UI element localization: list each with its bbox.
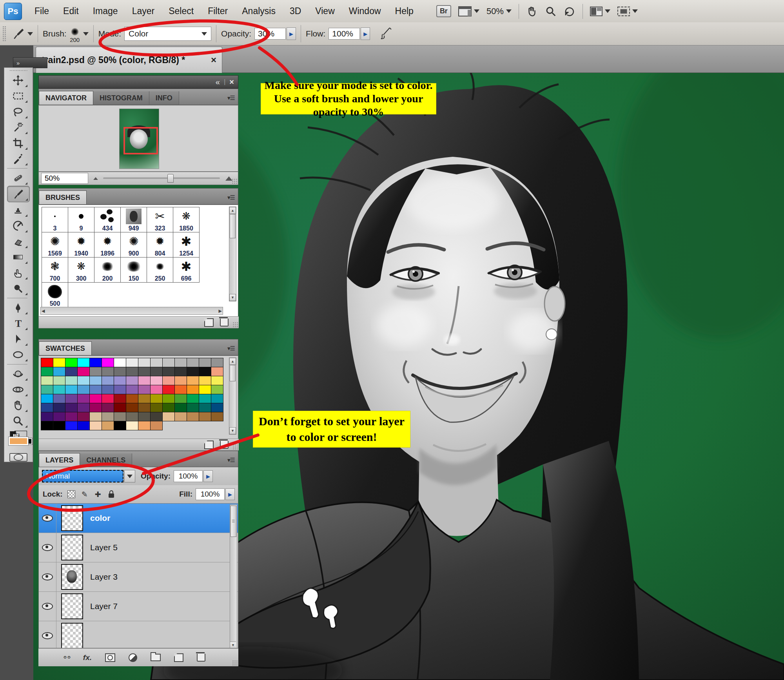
arrange-documents-button[interactable]: [590, 6, 610, 16]
brush-preset-250[interactable]: 250: [147, 257, 173, 283]
brush-preset-700[interactable]: ❃700: [42, 257, 68, 283]
swatch[interactable]: [162, 376, 175, 385]
swatch[interactable]: [114, 421, 126, 430]
swatch[interactable]: [65, 367, 78, 376]
tool-history-brush[interactable]: [7, 218, 29, 234]
swatch[interactable]: [162, 403, 175, 412]
tool-preset[interactable]: [12, 27, 33, 40]
swatch[interactable]: [102, 367, 114, 376]
swatch[interactable]: [162, 385, 175, 394]
swatch[interactable]: [65, 421, 78, 430]
tool-dodge[interactable]: [7, 281, 29, 296]
tool-clone-stamp[interactable]: [7, 202, 29, 218]
layer-row[interactable]: [39, 621, 238, 648]
swatch[interactable]: [89, 385, 102, 394]
swatch[interactable]: [126, 385, 138, 394]
opacity-slider-button[interactable]: ▶: [203, 470, 213, 482]
layer-style-icon[interactable]: fx.: [83, 653, 92, 662]
tool-path-selection[interactable]: [7, 331, 29, 347]
scroll-up-icon[interactable]: ▲: [229, 358, 236, 365]
tool-rectangular-marquee[interactable]: [7, 88, 29, 104]
swatch[interactable]: [150, 367, 163, 376]
layer-name[interactable]: Layer 3: [90, 572, 118, 582]
close-panel-icon[interactable]: ×: [229, 78, 234, 87]
visibility-toggle[interactable]: [39, 621, 56, 648]
layer-thumbnail[interactable]: [61, 623, 83, 648]
layer-fill-field[interactable]: 100%: [196, 488, 225, 500]
layer-thumbnail[interactable]: [61, 505, 83, 531]
menu-select[interactable]: Select: [162, 6, 201, 16]
swatch[interactable]: [174, 403, 187, 412]
menu-layer[interactable]: Layer: [125, 6, 162, 16]
layer-mask-icon[interactable]: [105, 653, 115, 662]
swatch[interactable]: [199, 394, 211, 403]
swatch[interactable]: [199, 385, 211, 394]
brush-preset-696[interactable]: ✱696: [173, 257, 200, 283]
tool-lasso[interactable]: [7, 104, 29, 120]
panel-menu-icon[interactable]: ▾☰: [227, 94, 235, 102]
swatch[interactable]: [53, 403, 65, 412]
brush-preset-900[interactable]: ✺900: [120, 232, 147, 257]
swatch[interactable]: [77, 394, 90, 403]
tool-eraser[interactable]: [7, 234, 29, 249]
layer-row-layer-5[interactable]: Layer 5: [39, 533, 238, 562]
tool-type[interactable]: T: [7, 316, 29, 331]
brushes-scrollbar[interactable]: ▲ ▼: [229, 207, 236, 301]
layer-blend-mode-select[interactable]: Normal: [42, 470, 123, 482]
swatch[interactable]: [174, 385, 187, 394]
swatch[interactable]: [65, 412, 78, 421]
tool-spot-healing-brush[interactable]: [7, 170, 29, 186]
flow-slider-button[interactable]: ▶: [361, 27, 370, 40]
swatch[interactable]: [41, 403, 53, 412]
zoom-out-icon[interactable]: [93, 177, 98, 180]
swatch[interactable]: [138, 358, 151, 367]
swatch[interactable]: [41, 376, 53, 385]
tab-info[interactable]: INFO: [149, 91, 179, 105]
brush-picker-arrow[interactable]: [83, 32, 89, 36]
menu-filter[interactable]: Filter: [201, 6, 235, 16]
navigator-zoom-slider[interactable]: [103, 178, 220, 179]
swatch[interactable]: [150, 421, 163, 430]
scroll-right-icon[interactable]: ▶: [219, 308, 222, 314]
swatch[interactable]: [114, 412, 126, 421]
swatches-scrollbar[interactable]: ▲ ▼: [229, 357, 236, 435]
swatch[interactable]: [77, 421, 90, 430]
swatch[interactable]: [102, 358, 114, 367]
swatch[interactable]: [138, 412, 151, 421]
quick-mask-button[interactable]: [9, 453, 27, 462]
swatch[interactable]: [89, 376, 102, 385]
scroll-left-icon[interactable]: ◀: [42, 308, 45, 314]
swatch[interactable]: [174, 376, 187, 385]
swatch[interactable]: [211, 394, 223, 403]
link-layers-icon[interactable]: ⚬⚬: [62, 653, 70, 662]
swatch[interactable]: [211, 412, 223, 421]
swatch[interactable]: [126, 376, 138, 385]
tool-brush[interactable]: [7, 186, 30, 202]
brush-preset-323[interactable]: ✂323: [147, 207, 173, 232]
swatch[interactable]: [187, 376, 199, 385]
panel-menu-icon[interactable]: ▾☰: [227, 457, 235, 464]
swatch[interactable]: [150, 412, 163, 421]
menu-window[interactable]: Window: [342, 6, 388, 16]
swatch[interactable]: [77, 403, 90, 412]
swatch[interactable]: [187, 394, 199, 403]
swatch[interactable]: [41, 412, 53, 421]
swatch[interactable]: [162, 367, 175, 376]
new-swatch-icon[interactable]: [204, 441, 214, 449]
swatch[interactable]: [77, 358, 90, 367]
adjustment-layer-icon[interactable]: [129, 653, 137, 662]
brush-preset-300[interactable]: ❋300: [68, 257, 94, 283]
brush-preset-200[interactable]: 200: [94, 257, 121, 283]
scroll-down-icon[interactable]: ▼: [229, 294, 236, 301]
panels-toggle[interactable]: [458, 6, 479, 16]
swatch[interactable]: [187, 358, 199, 367]
document-tab[interactable]: train2.psd @ 50% (color, RGB/8) * ×: [36, 47, 222, 73]
brush-preset-434[interactable]: 434: [94, 207, 121, 232]
swatch[interactable]: [53, 385, 65, 394]
tool-move[interactable]: [7, 73, 29, 88]
swatch[interactable]: [77, 376, 90, 385]
swatch[interactable]: [187, 385, 199, 394]
swatch[interactable]: [114, 385, 126, 394]
bridge-button[interactable]: Br: [436, 5, 451, 17]
swatch[interactable]: [102, 385, 114, 394]
